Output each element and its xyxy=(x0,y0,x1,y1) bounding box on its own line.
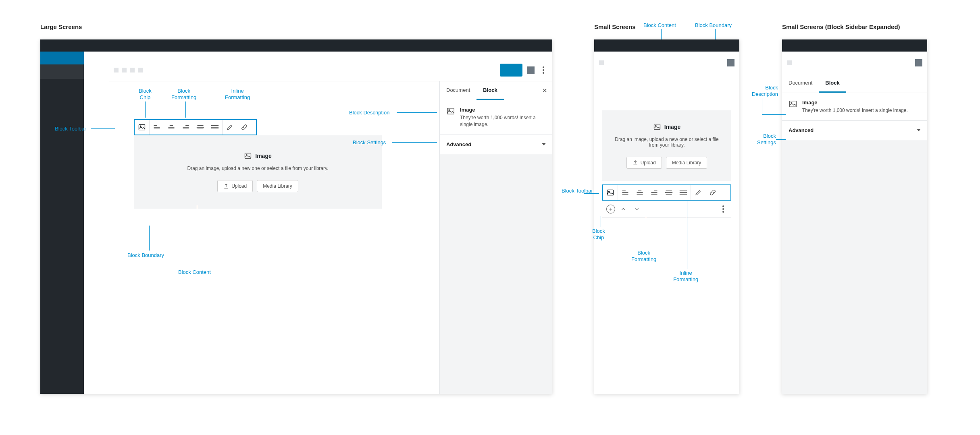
svg-rect-25 xyxy=(622,191,626,191)
admin-menu-active-item[interactable] xyxy=(40,52,84,64)
svg-rect-29 xyxy=(637,192,643,193)
settings-toggle[interactable] xyxy=(727,59,734,66)
svg-rect-12 xyxy=(197,127,204,128)
callout-block-content: Block Content xyxy=(178,269,211,276)
align-wide-icon[interactable] xyxy=(662,185,676,200)
callout-line xyxy=(238,102,238,118)
align-center-icon[interactable] xyxy=(164,120,179,135)
svg-rect-23 xyxy=(608,190,614,195)
block-desc-body: They're worth 1,000 words! Insert a sing… xyxy=(460,114,546,128)
image-icon xyxy=(244,152,252,160)
callout-line xyxy=(145,102,146,118)
align-full-icon[interactable] xyxy=(676,185,691,200)
link-icon[interactable] xyxy=(705,185,720,200)
small-screen-frame: Image Drag an image, upload a new one or… xyxy=(594,39,739,394)
block-sidebar: Document Block ✕ Image They're worth 1,0… xyxy=(439,81,552,394)
callout-inline-formatting-sm: Inline Formatting xyxy=(673,270,698,283)
image-icon xyxy=(653,123,661,131)
edit-icon[interactable] xyxy=(223,120,237,135)
svg-rect-34 xyxy=(666,191,672,191)
block-desc-body: They're worth 1,000 words! Insert a sing… xyxy=(802,107,908,114)
svg-rect-4 xyxy=(154,128,160,129)
svg-rect-5 xyxy=(170,125,173,126)
align-full-icon[interactable] xyxy=(208,120,222,135)
admin-bar xyxy=(594,39,739,52)
more-menu-icon[interactable] xyxy=(722,208,724,210)
svg-rect-19 xyxy=(447,108,454,114)
svg-rect-14 xyxy=(211,125,218,126)
upload-button-label: Upload xyxy=(641,160,656,166)
chevron-down-icon[interactable] xyxy=(631,203,643,215)
block-boundary[interactable]: Image Drag an image, upload a new one or… xyxy=(602,110,731,181)
svg-rect-28 xyxy=(638,191,641,191)
section-title-small: Small Screens xyxy=(594,23,636,30)
placeholder-instructions: Drag an image, upload a new one or selec… xyxy=(144,166,372,171)
align-left-icon[interactable] xyxy=(618,185,633,200)
svg-rect-21 xyxy=(654,124,660,129)
block-chip-icon[interactable] xyxy=(603,185,618,200)
tab-block[interactable]: Block xyxy=(819,74,846,93)
edit-icon[interactable] xyxy=(691,185,705,200)
header-dot xyxy=(122,68,127,72)
svg-rect-13 xyxy=(198,128,204,129)
block-desc-title: Image xyxy=(460,107,546,113)
header-dot xyxy=(138,68,143,72)
svg-rect-17 xyxy=(245,153,251,158)
svg-rect-7 xyxy=(169,128,175,129)
placeholder-instructions: Drag an image, upload a new one or selec… xyxy=(610,137,724,148)
advanced-panel-toggle[interactable]: Advanced xyxy=(782,121,927,140)
header-dot xyxy=(599,60,604,65)
callout-block-content-sm: Block Content xyxy=(643,22,676,29)
tab-document[interactable]: Document xyxy=(782,74,819,93)
block-chip-icon[interactable] xyxy=(135,120,149,135)
align-left-icon[interactable] xyxy=(150,120,164,135)
publish-button[interactable] xyxy=(500,64,522,77)
align-wide-icon[interactable] xyxy=(193,120,208,135)
block-boundary[interactable]: Image Drag an image, upload a new one or… xyxy=(134,135,382,209)
svg-rect-31 xyxy=(654,191,657,191)
callout-block-chip: Block Chip xyxy=(139,88,152,101)
settings-toggle[interactable] xyxy=(527,66,535,74)
tab-block[interactable]: Block xyxy=(476,81,504,100)
callout-line xyxy=(91,128,115,129)
svg-rect-33 xyxy=(651,194,657,195)
align-center-icon[interactable] xyxy=(633,185,647,200)
chevron-up-icon[interactable] xyxy=(618,203,629,215)
image-icon xyxy=(789,99,797,108)
svg-rect-36 xyxy=(666,194,672,195)
align-right-icon[interactable] xyxy=(647,185,662,200)
image-icon xyxy=(446,107,455,116)
admin-bar xyxy=(782,39,927,52)
placeholder-title: Image xyxy=(664,124,680,130)
large-screen-frame: Image Drag an image, upload a new one or… xyxy=(40,39,552,394)
close-icon[interactable]: ✕ xyxy=(542,87,547,94)
more-menu-icon[interactable] xyxy=(543,69,544,71)
placeholder-heading: Image xyxy=(610,123,724,131)
svg-rect-3 xyxy=(154,127,160,128)
media-library-button[interactable]: Media Library xyxy=(666,157,707,169)
media-library-button[interactable]: Media Library xyxy=(257,180,298,192)
block-desc-title: Image xyxy=(802,99,908,106)
inserter-icon[interactable]: + xyxy=(606,205,615,213)
callout-line xyxy=(762,114,786,115)
advanced-panel-toggle[interactable]: Advanced xyxy=(440,135,552,154)
image-placeholder-block: Image Drag an image, upload a new one or… xyxy=(602,110,731,181)
align-right-icon[interactable] xyxy=(179,120,193,135)
upload-button[interactable]: Upload xyxy=(217,180,253,192)
settings-toggle[interactable] xyxy=(915,59,922,66)
editor-header xyxy=(594,52,739,74)
media-library-button-label: Media Library xyxy=(672,160,701,166)
editor-header xyxy=(782,52,927,74)
sidebar-tabs: Document Block xyxy=(782,74,927,93)
editor-header xyxy=(109,59,552,81)
callout-line xyxy=(584,193,599,194)
svg-rect-2 xyxy=(154,125,157,126)
svg-rect-27 xyxy=(622,194,628,195)
callout-block-chip-sm: Block Chip xyxy=(592,228,605,241)
upload-button[interactable]: Upload xyxy=(626,157,662,169)
tab-document[interactable]: Document xyxy=(440,81,476,100)
small-screen-sidebar-frame: Document Block Image They're worth 1,000… xyxy=(782,39,927,394)
block-description-card: Image They're worth 1,000 words! Insert … xyxy=(440,100,552,135)
link-icon[interactable] xyxy=(237,120,252,135)
callout-inline-formatting: Inline Formatting xyxy=(225,88,250,101)
